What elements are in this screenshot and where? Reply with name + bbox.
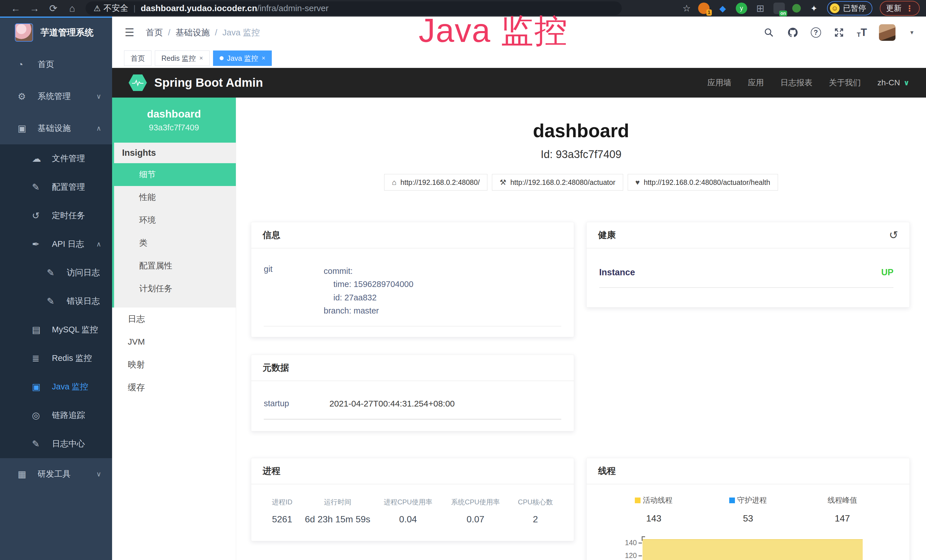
extension-grid-icon[interactable]: ⊞ [755, 3, 766, 14]
metadata-row-startup: startup 2021-04-27T00:44:31.254+08:00 [264, 399, 561, 420]
extension-puzzle-icon[interactable]: ✦ [808, 3, 820, 14]
sba-item-scheduled-tasks[interactable]: 计划任务 [114, 277, 236, 300]
breadcrumb-home[interactable]: 首页 [146, 27, 163, 38]
col-process-cpu: 进程CPU使用率 [374, 498, 443, 507]
nav-application-wall[interactable]: 应用墙 [708, 77, 731, 88]
sidebar-item-label: 日志中心 [52, 438, 85, 450]
sba-logo-icon[interactable] [129, 74, 147, 91]
language-selector[interactable]: zh-CN ∨ [878, 78, 909, 87]
log-icon: ✎ [32, 439, 52, 449]
extension-leaf-icon[interactable] [792, 4, 801, 12]
nav-journal[interactable]: 日志报表 [781, 77, 813, 88]
browser-back-icon[interactable]: ← [6, 3, 25, 14]
sidebar-item-home[interactable]: ◔ 首页 [0, 48, 112, 80]
page: ← → ⟳ ⌂ ⚠ 不安全 | dashboard.yudao.iocoder.… [0, 0, 926, 560]
bookmark-star-icon[interactable]: ☆ [682, 3, 691, 14]
actuator-url-button[interactable]: ⚒ http://192.168.0.2:48080/actuator [492, 174, 623, 191]
threads-card: 线程 活动线程 143 守护进程 53 线程峰值 147 [586, 458, 910, 560]
sidebar-item-redis-monitor[interactable]: ≣ Redis 监控 [0, 344, 112, 372]
sba-main-content: dashboard Id: 93a3fc7f7409 ⌂ http://192.… [236, 98, 926, 560]
extension-on-icon[interactable]: on [773, 3, 785, 14]
sidebar-item-api-logs[interactable]: ✒ API 日志 ∧ [0, 230, 112, 259]
sba-item-metrics[interactable]: 性能 [114, 186, 236, 209]
menu-dots-icon[interactable]: ⋮ [905, 4, 914, 13]
close-icon[interactable]: × [262, 54, 265, 62]
security-label[interactable]: 不安全 [103, 3, 128, 14]
sba-item-config-props[interactable]: 配置属性 [114, 254, 236, 277]
browser-home-icon[interactable]: ⌂ [63, 3, 82, 14]
browser-reload-icon[interactable]: ⟳ [44, 3, 63, 14]
sidebar-item-dev-tools[interactable]: ▦ 研发工具 ∨ [0, 458, 112, 490]
help-icon[interactable]: ? [811, 27, 821, 38]
peak-threads-value: 147 [795, 513, 890, 524]
extension-badge: 1 [707, 9, 712, 16]
url-path[interactable]: /infra/admin-server [257, 3, 328, 13]
url-host[interactable]: dashboard.yudao.iocoder.cn [141, 3, 257, 13]
hamburger-icon[interactable]: ☰ [125, 26, 134, 39]
nav-about[interactable]: 关于我们 [829, 77, 861, 88]
cpu-cores-value: 2 [508, 514, 562, 525]
search-icon[interactable] [763, 27, 775, 38]
sba-item-classes[interactable]: 类 [114, 232, 236, 254]
browser-forward-icon[interactable]: → [25, 3, 44, 14]
github-icon[interactable] [787, 27, 799, 38]
sidebar-item-infrastructure[interactable]: ▣ 基础设施 ∧ [0, 112, 112, 144]
sba-item-logs[interactable]: 日志 [112, 307, 236, 330]
service-url: http://192.168.0.2:48080/ [400, 178, 480, 186]
extension-pin-icon[interactable]: ◆ [717, 3, 728, 14]
avatar[interactable] [879, 24, 896, 41]
update-button[interactable]: 更新 ⋮ [880, 1, 920, 16]
info-card: 信息 git commit: time: 1596289704000 id: 2… [251, 222, 574, 337]
live-threads-value: 143 [607, 513, 701, 524]
sidebar-item-access-logs[interactable]: ✎ 访问日志 [0, 259, 112, 287]
extension-orange-icon[interactable]: 1 [698, 3, 710, 14]
app-logo-row[interactable]: 芋道管理系统 [0, 17, 112, 48]
sidebar-item-file-mgmt[interactable]: ☁ 文件管理 [0, 144, 112, 173]
paused-chip[interactable]: ☺ 已暂停 [827, 1, 872, 15]
sba-item-environment[interactable]: 环境 [114, 209, 236, 232]
sba-item-details[interactable]: 细节 [112, 163, 236, 186]
sidebar-item-error-logs[interactable]: ✎ 错误日志 [0, 287, 112, 316]
sidebar-item-log-center[interactable]: ✎ 日志中心 [0, 430, 112, 458]
avatar-caret-icon[interactable]: ▾ [910, 29, 914, 36]
fullscreen-icon[interactable] [833, 27, 845, 38]
sidebar-item-mysql-monitor[interactable]: ▤ MySQL 监控 [0, 316, 112, 344]
service-url-button[interactable]: ⌂ http://192.168.0.2:48080/ [384, 174, 487, 191]
legend-label: 活动线程 [643, 495, 672, 505]
close-icon[interactable]: × [199, 54, 203, 62]
health-card: 健康 ↺ Instance UP [586, 222, 910, 307]
sidebar-item-label: 研发工具 [38, 468, 71, 480]
health-url-button[interactable]: ♥ http://192.168.0.2:48080/actuator/heal… [628, 174, 778, 191]
legend-daemon-threads: 守护进程 53 [701, 495, 795, 524]
tab-home[interactable]: 首页 [124, 50, 151, 66]
sidebar-item-tracing[interactable]: ◎ 链路追踪 [0, 401, 112, 430]
sidebar-item-scheduled-tasks[interactable]: ↺ 定时任务 [0, 201, 112, 230]
sidebar-item-label: 文件管理 [52, 153, 85, 164]
info-card-body: git commit: time: 1596289704000 id: 27aa… [251, 248, 574, 326]
extension-y-glyph: y [740, 5, 743, 12]
breadcrumb-infrastructure[interactable]: 基础设施 [176, 27, 210, 38]
sba-item-mappings[interactable]: 映射 [112, 353, 236, 376]
tab-redis-monitor[interactable]: Redis 监控 × [155, 50, 210, 66]
uptime-value: 6d 23h 15m 59s [302, 514, 374, 525]
process-card-header: 进程 [251, 458, 574, 484]
sidebar-item-config-mgmt[interactable]: ✎ 配置管理 [0, 173, 112, 201]
tab-java-monitor[interactable]: Java 监控 × [213, 50, 272, 66]
extension-y-icon[interactable]: y [736, 3, 747, 14]
sidebar-item-java-monitor[interactable]: ▣ Java 监控 [0, 372, 112, 401]
legend-peak-threads: 线程峰值 147 [795, 495, 890, 524]
gauge-icon: ◔ [18, 59, 38, 70]
gear-icon: ⚙ [18, 91, 38, 102]
sba-brand-title[interactable]: Spring Boot Admin [154, 76, 263, 89]
sba-item-jvm[interactable]: JVM [112, 330, 236, 353]
history-icon[interactable]: ↺ [889, 229, 898, 241]
sba-item-caches[interactable]: 缓存 [112, 376, 236, 399]
extension-grid-glyph: ⊞ [756, 3, 764, 14]
instance-header[interactable]: dashboard 93a3fc7f7409 [112, 98, 236, 143]
health-row-instance[interactable]: Instance UP [599, 267, 893, 288]
process-table-header: 进程ID 运行时间 进程CPU使用率 系统CPU使用率 CPU核心数 [263, 498, 562, 507]
font-size-icon[interactable]: TT [857, 27, 867, 38]
nav-applications[interactable]: 应用 [748, 77, 764, 88]
sidebar-item-system-mgmt[interactable]: ⚙ 系统管理 ∨ [0, 80, 112, 112]
breadcrumb-separator: / [168, 28, 170, 37]
